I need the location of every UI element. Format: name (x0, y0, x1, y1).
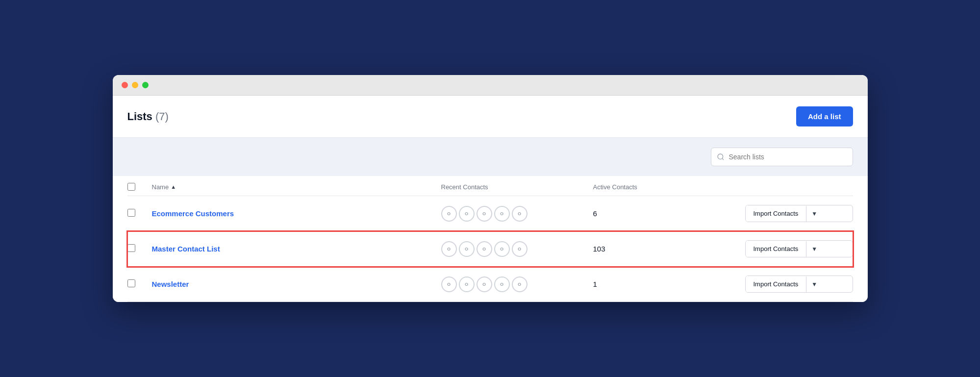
th-active-label: Active Contacts (593, 183, 637, 191)
avatar: ⚬ (512, 276, 528, 292)
row-name-cell: Ecommerce Customers (152, 209, 436, 218)
avatar: ⚬ (512, 241, 528, 257)
avatar: ⚬ (441, 206, 457, 222)
svg-line-1 (722, 158, 724, 160)
actions-cell: Import Contacts ▼ (745, 205, 853, 222)
import-dropdown-button[interactable]: ▼ (806, 241, 822, 257)
content-area: Lists (7) Add a list (113, 96, 868, 302)
table-area: Name ▲ Recent Contacts Active Contacts E… (113, 176, 868, 302)
avatar: ⚬ (512, 206, 528, 222)
avatar: ⚬ (459, 206, 475, 222)
avatar: ⚬ (459, 241, 475, 257)
select-all-checkbox[interactable] (127, 183, 135, 191)
search-input[interactable] (711, 148, 853, 166)
table-header: Name ▲ Recent Contacts Active Contacts (127, 176, 853, 196)
title-bar (113, 75, 868, 96)
table-body: Ecommerce Customers ⚬⚬⚬⚬⚬ 6 Import Conta… (127, 196, 853, 302)
avatar: ⚬ (477, 241, 492, 257)
list-count: (7) (155, 110, 169, 123)
add-list-button[interactable]: Add a list (796, 106, 853, 126)
avatar: ⚬ (477, 276, 492, 292)
row-name-cell: Newsletter (152, 280, 436, 289)
search-bar-area (113, 138, 868, 176)
actions-cell: Import Contacts ▼ (745, 240, 853, 257)
avatar: ⚬ (441, 276, 457, 292)
row-name-cell: Master Contact List (152, 245, 436, 253)
import-contacts-button[interactable]: Import Contacts (746, 276, 806, 292)
list-name-link[interactable]: Ecommerce Customers (152, 209, 234, 218)
table-row: Ecommerce Customers ⚬⚬⚬⚬⚬ 6 Import Conta… (127, 196, 853, 231)
th-active-contacts: Active Contacts (593, 183, 740, 191)
recent-contacts-cell: ⚬⚬⚬⚬⚬ (441, 206, 588, 222)
active-contacts-cell: 1 (593, 280, 740, 288)
minimize-dot[interactable] (132, 82, 138, 88)
import-dropdown-button[interactable]: ▼ (806, 276, 822, 292)
avatar: ⚬ (494, 276, 510, 292)
import-contacts-button[interactable]: Import Contacts (746, 241, 806, 257)
sort-icon: ▲ (171, 184, 176, 190)
avatar: ⚬ (494, 206, 510, 222)
title-text: Lists (127, 110, 152, 123)
th-recent-label: Recent Contacts (441, 183, 488, 191)
table-row: Master Contact List ⚬⚬⚬⚬⚬ 103 Import Con… (127, 231, 853, 267)
row-checkbox-cell (127, 209, 147, 219)
list-name-link[interactable]: Master Contact List (152, 245, 220, 253)
search-icon (717, 153, 725, 161)
recent-contacts-cell: ⚬⚬⚬⚬⚬ (441, 276, 588, 292)
list-name-link[interactable]: Newsletter (152, 280, 189, 288)
import-contacts-button[interactable]: Import Contacts (746, 205, 806, 222)
row-checkbox[interactable] (127, 209, 135, 217)
search-wrapper (711, 148, 853, 166)
import-btn-group: Import Contacts ▼ (745, 205, 853, 222)
import-btn-group: Import Contacts ▼ (745, 276, 853, 293)
page-header: Lists (7) Add a list (113, 96, 868, 138)
row-checkbox-cell (127, 244, 147, 254)
avatar: ⚬ (441, 241, 457, 257)
active-contacts-cell: 6 (593, 209, 740, 218)
avatar: ⚬ (459, 276, 475, 292)
th-recent-contacts: Recent Contacts (441, 183, 588, 191)
avatar: ⚬ (477, 206, 492, 222)
th-name-label: Name (152, 183, 169, 191)
import-btn-group: Import Contacts ▼ (745, 240, 853, 257)
page-title: Lists (7) (127, 110, 169, 123)
svg-point-0 (718, 154, 723, 159)
table-row: Newsletter ⚬⚬⚬⚬⚬ 1 Import Contacts ▼ (127, 267, 853, 302)
th-name: Name ▲ (152, 183, 436, 191)
actions-cell: Import Contacts ▼ (745, 276, 853, 293)
row-checkbox[interactable] (127, 244, 135, 252)
row-checkbox[interactable] (127, 279, 135, 287)
th-checkbox (127, 183, 147, 191)
close-dot[interactable] (122, 82, 128, 88)
active-contacts-cell: 103 (593, 245, 740, 253)
recent-contacts-cell: ⚬⚬⚬⚬⚬ (441, 241, 588, 257)
app-window: Lists (7) Add a list (113, 75, 868, 302)
maximize-dot[interactable] (142, 82, 149, 88)
import-dropdown-button[interactable]: ▼ (806, 206, 822, 222)
row-checkbox-cell (127, 279, 147, 289)
avatar: ⚬ (494, 241, 510, 257)
